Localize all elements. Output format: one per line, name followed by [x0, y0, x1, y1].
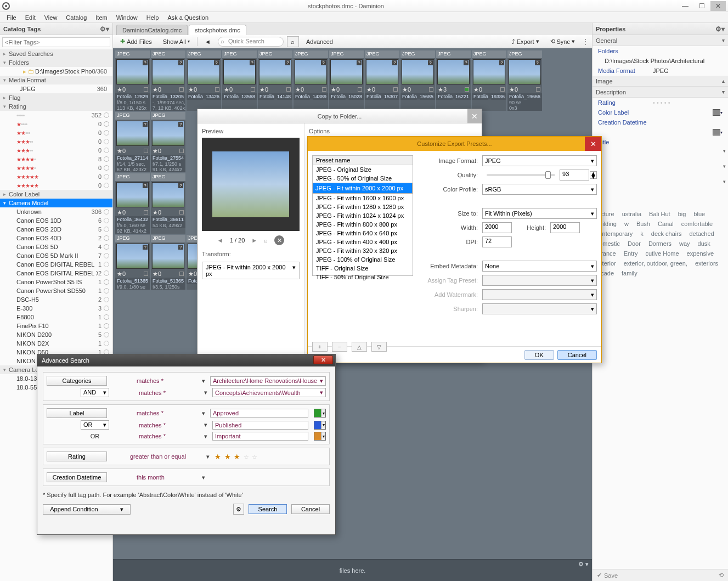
profile-select[interactable]: sRGB▾	[482, 184, 597, 195]
thumbnail[interactable]: JPEG ? ★0 Fotolia_14389	[294, 50, 328, 111]
preset-item[interactable]: TIFF - 50% of Original Size	[313, 273, 413, 281]
menu-item[interactable]: Item	[92, 13, 110, 22]
thumbnail[interactable]: JPEG ? ★0 Fotolia_12829 f/8.0, 1/150 s 1…	[115, 50, 150, 111]
tag[interactable]: comfortable	[681, 221, 713, 227]
toolbar-menu-icon[interactable]: ⋮	[582, 38, 589, 46]
thumbnail[interactable]: JPEG ? ★0 Fotolia_19666 90 se 0x3	[507, 50, 542, 111]
or-select[interactable]: OR▾	[81, 420, 109, 430]
tree-row[interactable]: Unknown306	[0, 207, 112, 216]
categories-button[interactable]: Categories	[47, 376, 107, 386]
dropdown-icon[interactable]: ▾	[200, 410, 207, 417]
remove-preset-button[interactable]: −	[332, 342, 347, 352]
tag[interactable]: exteriors	[695, 260, 718, 267]
preset-item[interactable]: JPEG - Fit within 1600 x 1600 px	[313, 194, 413, 202]
dropdown-icon[interactable]: ▾	[202, 421, 209, 428]
tree-row[interactable]: NIKON D2005	[0, 330, 112, 339]
tree-row[interactable]: Canon PowerShot S5 IS1	[0, 278, 112, 286]
tree-row[interactable]: ▾Folders	[0, 58, 112, 67]
section-description[interactable]: Description▾	[592, 87, 728, 98]
width-input[interactable]: 2000	[482, 222, 512, 233]
tree-row[interactable]: Canon PowerShot SD5501	[0, 286, 112, 295]
tag[interactable]: Entry	[624, 250, 638, 257]
dropdown-icon[interactable]: ▾	[723, 179, 726, 184]
thumbnail[interactable]: JPEG ? ★0 Fotolia_36611 54 KB, 429x2	[151, 173, 185, 234]
dropdown-icon[interactable]: ▾	[202, 433, 209, 440]
cancel-button[interactable]: Cancel	[291, 504, 330, 514]
tag[interactable]: cutive Home	[645, 250, 679, 257]
transform-select[interactable]: JPEG - Fit within 2000 x 2000 px▾	[202, 262, 300, 279]
color-green[interactable]: ▾	[314, 409, 326, 418]
preset-item[interactable]: JPEG - 100% of Original Size	[313, 255, 413, 264]
tree-row[interactable]: Canon EOS 10D6	[0, 216, 112, 225]
tree-row[interactable]: NIKON D2X1	[0, 339, 112, 348]
preset-item[interactable]: JPEG - Fit within 1280 x 1280 px	[313, 202, 413, 211]
color-orange[interactable]: ▾	[314, 432, 326, 441]
category-value[interactable]: Architecture\Home Renovations\House▾	[210, 376, 326, 386]
thumbnail[interactable]: JPEG ? ★0 Fotolia_19386	[472, 50, 506, 111]
tree-row[interactable]: Canon EOS 20D5	[0, 225, 112, 234]
thumbnail[interactable]: JPEG ? ★0 Fotolia_15685	[400, 50, 435, 111]
menu-file[interactable]: File	[3, 13, 20, 22]
tree-row[interactable]: •••••352	[0, 111, 112, 120]
gear-icon[interactable]: ⚙ ▾	[578, 561, 589, 568]
tree-row[interactable]: Canon EOS DIGITAL REBEL1	[0, 260, 112, 269]
advanced-link[interactable]: Advanced	[302, 37, 337, 47]
thumbnail[interactable]: JPEG ? ★0 Fotolia_13426	[187, 50, 221, 111]
thumbnail[interactable]: JPEG ? ★0 Fotolia_27114 f/14, 1/5 sec, 6…	[115, 112, 150, 172]
quality-slider[interactable]	[487, 174, 555, 176]
dialog-title-bar[interactable]: Advanced Search ✕	[37, 354, 335, 366]
tree-row[interactable]: ★★★••0	[0, 146, 112, 155]
save-icon[interactable]: ✔	[597, 572, 602, 579]
tree-row[interactable]: ▸ 🗀D:\Images\Stock Phot0/360	[0, 67, 112, 76]
preset-list[interactable]: Preset nameJPEG - Original SizeJPEG - 50…	[312, 155, 413, 276]
expand-icon[interactable]: ▾	[721, 25, 725, 33]
tag[interactable]: big	[678, 211, 686, 217]
dropdown-icon[interactable]: ▾	[200, 474, 207, 481]
menu-ask-a-question[interactable]: Ask a Question	[164, 13, 212, 22]
search-button[interactable]: ⌕	[287, 36, 299, 47]
color-blue[interactable]: ▾	[314, 421, 326, 430]
thumbnail[interactable]: JPEG ? ★3 Fotolia_16221	[436, 50, 471, 111]
close-icon[interactable]: ✕	[585, 137, 601, 151]
maximize-button[interactable]: ☐	[694, 1, 709, 11]
append-condition-button[interactable]: Append Condition▾	[43, 504, 131, 515]
preset-item[interactable]: JPEG - Fit within 800 x 800 px	[313, 220, 413, 229]
label-value[interactable]: Published	[212, 421, 308, 430]
tree-row[interactable]: ★★★★★0	[0, 181, 112, 190]
tag[interactable]: Canal	[658, 221, 674, 227]
tree-row[interactable]: Canon EOS DIGITAL REBEL XT2	[0, 269, 112, 278]
export-button[interactable]: ⤴ Export ▾	[508, 36, 543, 47]
thumbnail[interactable]: JPEG ? ★0 Fotolia_15028	[329, 50, 364, 111]
dpi-input[interactable]: 72	[482, 236, 512, 247]
thumbnail[interactable]: JPEG ? ★0 Fotolia_13568	[222, 50, 257, 111]
nav-back-button[interactable]: ◄	[201, 37, 215, 47]
show-all-button[interactable]: Show All▾	[159, 37, 194, 47]
preset-item[interactable]: JPEG - Fit within 1024 x 1024 px	[313, 211, 413, 220]
expand-icon[interactable]: ▾	[106, 25, 109, 33]
tree-row[interactable]: E88001	[0, 313, 112, 321]
close-icon[interactable]: ✕	[467, 109, 482, 123]
tag[interactable]: dusk	[698, 240, 710, 247]
catalog-tab[interactable]: DaminionCatalog.dmc	[116, 25, 188, 35]
preset-item[interactable]: JPEG - Fit within 400 x 400 px	[313, 238, 413, 246]
menu-window[interactable]: Window	[113, 13, 141, 22]
label-button[interactable]: Label	[47, 408, 107, 418]
tag[interactable]: w	[624, 221, 629, 227]
prev-icon[interactable]: ◄	[217, 237, 223, 244]
minimize-button[interactable]: —	[678, 1, 693, 11]
cancel-button[interactable]: Cancel	[557, 350, 597, 360]
tree-row[interactable]: ▾Rating	[0, 102, 112, 111]
tag[interactable]: blue	[693, 211, 705, 217]
imgfmt-select[interactable]: JPEG▾	[482, 155, 597, 166]
preset-item[interactable]: JPEG - 50% of Original Size	[313, 174, 413, 183]
add-preset-button[interactable]: +	[312, 342, 328, 352]
thumbnail[interactable]: JPEG ? ★0 Fotolia_15307	[365, 50, 399, 111]
tag[interactable]: way	[679, 240, 690, 247]
thumbnail[interactable]: JPEG ? ★0 Fotolia_27554 f/7.1, 1/250 s 9…	[151, 112, 185, 172]
dropdown-icon[interactable]: ▾	[200, 377, 207, 385]
revert-icon[interactable]: ⟲	[719, 572, 724, 579]
ok-button[interactable]: OK	[524, 350, 554, 360]
tree-row[interactable]: ★★★★★0	[0, 172, 112, 181]
preset-item[interactable]: JPEG - Fit within 320 x 320 px	[313, 246, 413, 255]
tag[interactable]: Bali Hut	[649, 211, 670, 217]
